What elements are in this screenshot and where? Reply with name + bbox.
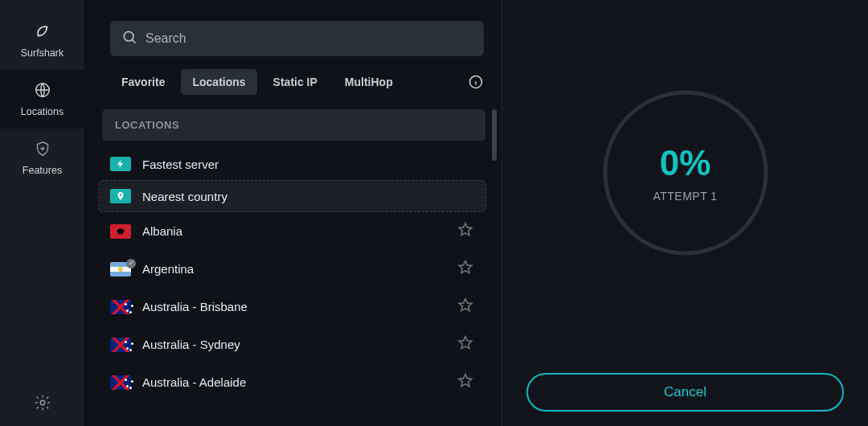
search-field[interactable] — [110, 21, 484, 56]
pin-icon — [110, 189, 131, 203]
flag-icon — [110, 224, 131, 239]
gear-icon — [34, 400, 51, 414]
tab-locations[interactable]: Locations — [181, 69, 256, 95]
sidebar-item-label: Locations — [21, 106, 64, 117]
flag-icon — [110, 338, 131, 352]
flag-icon — [110, 300, 131, 314]
main-panel: Favorite Locations Static IP MultiHop LO… — [84, 0, 502, 426]
row-label: Albania — [142, 224, 445, 238]
verified-badge-icon: ✓ — [126, 259, 136, 268]
favorite-star-icon[interactable] — [457, 372, 474, 392]
row-label: Australia - Sydney — [142, 338, 445, 351]
search-icon — [121, 29, 137, 48]
svg-point-2 — [124, 31, 133, 41]
favorite-star-icon[interactable] — [457, 297, 474, 317]
surfshark-logo-icon — [34, 23, 51, 43]
row-country-albania[interactable]: Albania — [99, 213, 485, 249]
row-label: Nearest country — [142, 190, 474, 203]
app-window: Surfshark Locations Features — [0, 0, 868, 426]
tab-favorite[interactable]: Favorite — [110, 69, 176, 95]
row-label: Australia - Adelaide — [142, 375, 445, 389]
search-input[interactable] — [145, 31, 473, 46]
progress-dial: 0% ATTEMPT 1 — [593, 80, 778, 265]
tab-static-ip[interactable]: Static IP — [262, 69, 329, 95]
favorite-star-icon[interactable] — [457, 334, 474, 354]
favorite-star-icon[interactable] — [457, 259, 474, 279]
tab-multihop[interactable]: MultiHop — [334, 69, 404, 95]
row-label: Argentina — [142, 262, 445, 276]
sidebar-item-label: Features — [23, 165, 62, 176]
row-nearest-country[interactable]: Nearest country — [99, 181, 485, 211]
favorite-star-icon[interactable] — [457, 221, 474, 241]
tabs: Favorite Locations Static IP MultiHop — [84, 64, 502, 104]
locations-list: LOCATIONS Fastest server Nearest country… — [84, 104, 502, 426]
sidebar-brand-label: Surfshark — [21, 47, 64, 59]
row-country-au-sydney[interactable]: Australia - Sydney — [99, 326, 485, 363]
svg-point-4 — [605, 92, 766, 253]
cancel-button[interactable]: Cancel — [526, 373, 844, 412]
section-header: LOCATIONS — [102, 109, 485, 141]
sidebar-item-locations[interactable]: Locations — [0, 70, 84, 129]
sidebar: Surfshark Locations Features — [0, 0, 84, 426]
sidebar-item-settings[interactable] — [34, 383, 51, 426]
shield-plus-icon — [34, 140, 51, 160]
row-label: Australia - Brisbane — [142, 300, 445, 313]
flag-icon — [110, 375, 131, 390]
info-icon[interactable] — [468, 74, 484, 90]
scrollbar[interactable] — [492, 109, 497, 161]
flag-icon: ✓ — [110, 262, 131, 276]
bolt-icon — [110, 157, 131, 171]
row-label: Fastest server — [142, 158, 474, 171]
row-country-au-adelaide[interactable]: Australia - Adelaide — [99, 364, 485, 400]
svg-point-1 — [40, 400, 45, 405]
sidebar-brand[interactable]: Surfshark — [0, 11, 84, 70]
connection-status-panel: 0% ATTEMPT 1 Cancel — [502, 0, 868, 426]
row-fastest-server[interactable]: Fastest server — [99, 149, 485, 179]
globe-icon — [34, 81, 51, 101]
sidebar-item-features[interactable]: Features — [0, 129, 84, 187]
row-country-argentina[interactable]: ✓ Argentina — [99, 251, 485, 287]
dial-ring-icon — [593, 80, 778, 265]
row-country-au-brisbane[interactable]: Australia - Brisbane — [99, 289, 485, 325]
